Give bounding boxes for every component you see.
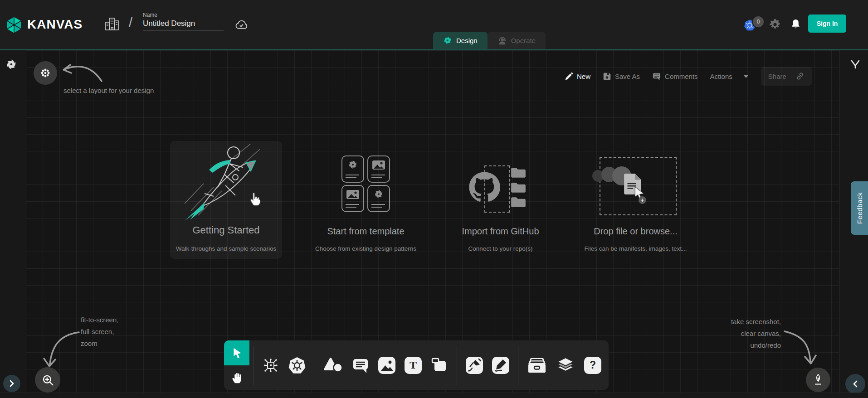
card-title: Getting Started (170, 224, 282, 236)
note-icon (431, 357, 448, 374)
folder-icon (511, 182, 526, 193)
meshery-spinner-icon (5, 58, 17, 72)
app-header: KANVAS / Name (0, 0, 868, 49)
zoom-controls-button[interactable] (35, 367, 60, 393)
floppy-save-icon (603, 72, 611, 81)
tools-hint-arrow (783, 328, 820, 369)
collapse-right-panel-button[interactable] (845, 374, 865, 394)
share-button[interactable]: Share (761, 67, 812, 86)
image-tool-button[interactable] (378, 357, 395, 374)
text-tool-button[interactable]: T (405, 357, 422, 374)
template-thumb (367, 185, 390, 212)
image-icon (372, 160, 385, 170)
brand-title: KANVAS (27, 17, 83, 32)
canvas-tools-hints-text: take screenshot, clear canvas, undo/redo (671, 316, 781, 351)
comment-tool-button[interactable] (352, 357, 369, 374)
comments-button[interactable]: Comments (652, 72, 698, 81)
pencil-new-icon (565, 72, 573, 81)
tab-operate[interactable]: Operate (488, 32, 546, 49)
folder-icon (511, 196, 526, 208)
help-button[interactable]: ? (584, 357, 601, 374)
left-edge-strip (0, 50, 26, 393)
zoom-hints-text: fit-to-screen, full-screen, zoom (81, 314, 118, 349)
card-subtitle: Files can be manifests, images, text... (580, 245, 692, 252)
settings-gear-icon[interactable] (770, 19, 780, 32)
cloud-saved-icon (235, 19, 249, 31)
design-name-label: Name (143, 12, 224, 18)
template-thumb (367, 155, 390, 183)
freehand-draw-button[interactable] (492, 357, 509, 374)
actions-dropdown[interactable]: Actions (710, 73, 749, 80)
layers-tool-button[interactable] (556, 357, 575, 374)
share-link-icon (795, 72, 805, 81)
layout-flower-icon (40, 68, 51, 78)
pen-tool-button[interactable] (466, 357, 483, 374)
drawing-tools-button[interactable] (806, 368, 830, 392)
canvas-area: select a layout for your design New Save… (0, 49, 868, 393)
image-icon (378, 357, 395, 374)
save-as-button[interactable]: Save As (603, 72, 640, 81)
chevron-right-icon (9, 380, 15, 387)
template-thumb (341, 155, 364, 183)
components-tool-button[interactable] (263, 357, 279, 374)
layout-selector-button[interactable] (34, 61, 57, 85)
comment-bubble-icon (652, 72, 661, 81)
text-tool-icon: T (410, 359, 417, 371)
note-tool-button[interactable] (431, 357, 448, 374)
card-title: Import from GitHub (444, 226, 556, 237)
rocket-doodle-illustration (178, 144, 273, 222)
tab-design-label: Design (456, 37, 478, 44)
card-getting-started[interactable]: Getting Started Walk-throughs and sample… (170, 141, 282, 259)
card-subtitle: Choose from existing design patterns (310, 245, 422, 252)
chevron-left-icon (853, 380, 858, 388)
feedback-tab[interactable]: Feedback (851, 181, 868, 235)
y-tool-icon[interactable] (850, 59, 861, 74)
github-octocat-icon (468, 171, 500, 203)
comment-tool-icon (352, 357, 369, 374)
component-circuit-icon (263, 357, 279, 374)
shapes-icon (324, 357, 343, 374)
mode-tabs: Design Operate (433, 32, 546, 49)
expand-left-panel-button[interactable] (3, 375, 20, 392)
pointer-tools-column (224, 340, 249, 390)
select-tool-button[interactable] (224, 340, 249, 365)
question-mark-icon: ? (590, 359, 596, 371)
drawer-tool-button[interactable] (527, 357, 547, 374)
bottom-toolbar: T (224, 340, 609, 390)
new-button[interactable]: New (565, 72, 590, 81)
bottom-edge-strip (0, 393, 868, 398)
operator-headset-icon (497, 36, 507, 45)
plus-badge: + (639, 196, 646, 204)
organization-icon[interactable] (104, 17, 120, 33)
select-cursor-icon (231, 347, 243, 359)
pen-tool-icon (466, 357, 483, 374)
sign-in-button[interactable]: Sign In (808, 15, 846, 33)
shapes-tool-button[interactable] (324, 357, 343, 374)
tab-operate-label: Operate (511, 37, 536, 44)
zoom-hint-arrow (40, 326, 82, 369)
folder-icon (511, 167, 526, 178)
layout-hint-text: select a layout for your design (63, 85, 154, 97)
card-drop-file[interactable]: + Drop file or browse... Files can be ma… (580, 141, 692, 259)
notifications-bell-icon[interactable] (790, 19, 801, 32)
pan-tool-button[interactable] (224, 365, 249, 390)
design-name-input[interactable] (143, 18, 224, 30)
design-action-bar: New Save As Comments Actions (565, 66, 812, 86)
design-spiral-icon (374, 189, 384, 199)
hand-pan-icon (230, 371, 243, 384)
layout-hint-arrow (60, 62, 103, 84)
kanvas-app: KANVAS / Name (0, 0, 868, 398)
kubernetes-tool-button[interactable] (288, 356, 306, 374)
breadcrumb-separator: / (129, 15, 132, 30)
card-title: Drop file or browse... (580, 226, 692, 237)
hand-pointer-cursor-icon (248, 192, 263, 207)
layers-icon (556, 357, 575, 374)
card-subtitle: Walk-throughs and sample scenarios (170, 245, 282, 252)
tab-design[interactable]: Design (433, 32, 488, 49)
card-start-from-template[interactable]: Start from template Choose from existing… (310, 141, 422, 259)
kubernetes-wheel-icon (288, 356, 306, 374)
pencil-scribble-icon (492, 357, 509, 374)
card-subtitle: Connect to your repo(s) (444, 245, 556, 252)
kanvas-logo-icon[interactable] (5, 16, 23, 35)
card-import-from-github[interactable]: Import from GitHub Connect to your repo(… (444, 141, 556, 259)
